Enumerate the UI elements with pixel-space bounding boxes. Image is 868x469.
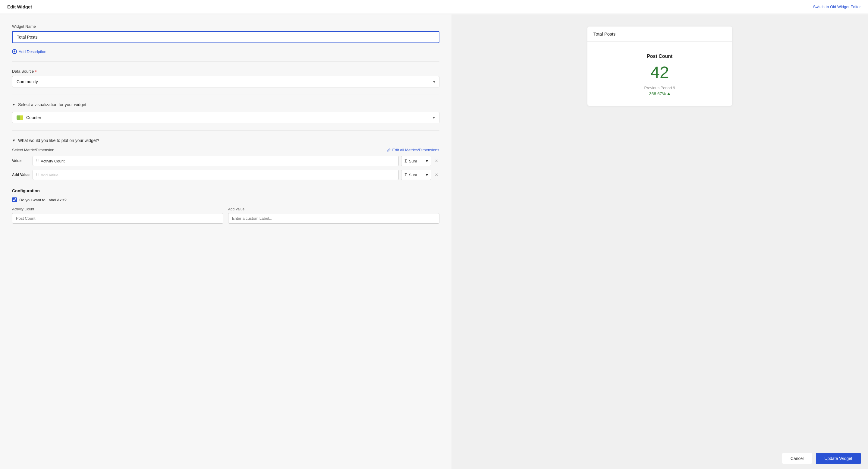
widget-name-group: Widget Name <box>12 24 439 43</box>
remove-add-value-button[interactable]: × <box>434 171 439 179</box>
plot-toggle-icon[interactable]: ▼ <box>12 138 16 143</box>
value-metric-row: Value ⠿ Activity Count Σ Sum × <box>12 156 439 166</box>
config-col2-input[interactable] <box>228 213 439 224</box>
add-description-link[interactable]: + Add Description <box>12 49 439 54</box>
visualization-section-header: ▼ Select a visualization for your widget <box>12 102 439 107</box>
aggregate-chevron-icon <box>426 159 428 163</box>
metric-section: Select Metric/Dimension Edit all Metrics… <box>12 148 439 180</box>
plus-icon: + <box>12 49 17 54</box>
config-col2: Add Value <box>228 207 439 224</box>
preview-previous-label: Previous Period 9 <box>644 86 675 90</box>
label-axis-row: Do you want to Label Axis? <box>12 197 439 202</box>
widget-name-input[interactable] <box>12 31 439 43</box>
config-col2-label: Add Value <box>228 207 439 211</box>
preview-card-title: Total Posts <box>587 27 732 41</box>
visualization-select-wrapper: Counter <box>12 112 439 123</box>
visualization-chevron-icon <box>433 115 435 120</box>
visualization-select[interactable]: Counter <box>12 112 439 123</box>
configuration-section: Configuration Do you want to Label Axis?… <box>12 188 439 224</box>
preview-card-body: Post Count 42 Previous Period 9 366.67% <box>587 41 732 106</box>
data-source-select[interactable]: Community Posts Users <box>12 76 439 87</box>
data-source-label: Data Source • <box>12 69 439 73</box>
footer-buttons: Cancel Update Widget <box>775 448 868 469</box>
divider-3 <box>12 130 439 131</box>
visualization-toggle-icon[interactable]: ▼ <box>12 102 16 107</box>
add-value-input[interactable]: ⠿ Add Value <box>33 170 399 180</box>
left-panel: Widget Name + Add Description Data Sourc… <box>0 14 452 469</box>
right-panel: Total Posts Post Count 42 Previous Perio… <box>452 14 868 469</box>
sigma-icon: Σ <box>404 159 407 163</box>
required-indicator: • <box>35 69 37 73</box>
label-axis-checkbox[interactable] <box>12 197 17 202</box>
config-col1-input[interactable] <box>12 213 223 224</box>
drag-handle-add-icon: ⠿ <box>36 173 39 177</box>
plot-section-header: ▼ What would you like to plot on your wi… <box>12 138 439 143</box>
preview-change-value: 366.67% <box>649 91 670 96</box>
drag-handle-icon[interactable]: ⠿ <box>36 159 39 163</box>
cancel-button[interactable]: Cancel <box>782 453 812 464</box>
visualization-group: Counter <box>12 112 439 123</box>
value-aggregate-select[interactable]: Σ Sum <box>401 156 431 166</box>
label-axis-label: Do you want to Label Axis? <box>19 198 67 202</box>
widget-name-label: Widget Name <box>12 24 439 29</box>
remove-value-button[interactable]: × <box>434 157 439 165</box>
preview-metric-label: Post Count <box>647 54 673 59</box>
preview-metric-value: 42 <box>650 64 669 81</box>
add-aggregate-chevron-icon <box>426 173 428 177</box>
page-title: Edit Widget <box>7 4 32 9</box>
update-widget-button[interactable]: Update Widget <box>816 453 861 464</box>
add-value-metric-row: Add Value ⠿ Add Value Σ Sum × <box>12 170 439 180</box>
counter-icon <box>17 116 23 120</box>
data-source-select-wrapper: Community Posts Users <box>12 76 439 87</box>
arrow-up-icon <box>667 93 670 95</box>
divider-2 <box>12 95 439 95</box>
config-grid: Activity Count Add Value <box>12 207 439 224</box>
edit-icon <box>387 148 391 152</box>
config-col1-label: Activity Count <box>12 207 223 211</box>
metric-header: Select Metric/Dimension Edit all Metrics… <box>12 148 439 152</box>
sigma-add-icon: Σ <box>404 173 407 177</box>
main-layout: Widget Name + Add Description Data Sourc… <box>0 14 868 469</box>
config-title: Configuration <box>12 188 439 193</box>
data-source-group: Data Source • Community Posts Users <box>12 69 439 87</box>
value-metric-input: ⠿ Activity Count <box>33 156 399 166</box>
edit-metrics-link[interactable]: Edit all Metrics/Dimensions <box>387 148 439 152</box>
switch-editor-link[interactable]: Switch to Old Widget Editor <box>813 4 861 9</box>
add-value-aggregate-select[interactable]: Σ Sum <box>401 170 431 180</box>
preview-card: Total Posts Post Count 42 Previous Perio… <box>587 27 732 106</box>
config-col1: Activity Count <box>12 207 223 224</box>
page-header: Edit Widget Switch to Old Widget Editor <box>0 0 868 14</box>
